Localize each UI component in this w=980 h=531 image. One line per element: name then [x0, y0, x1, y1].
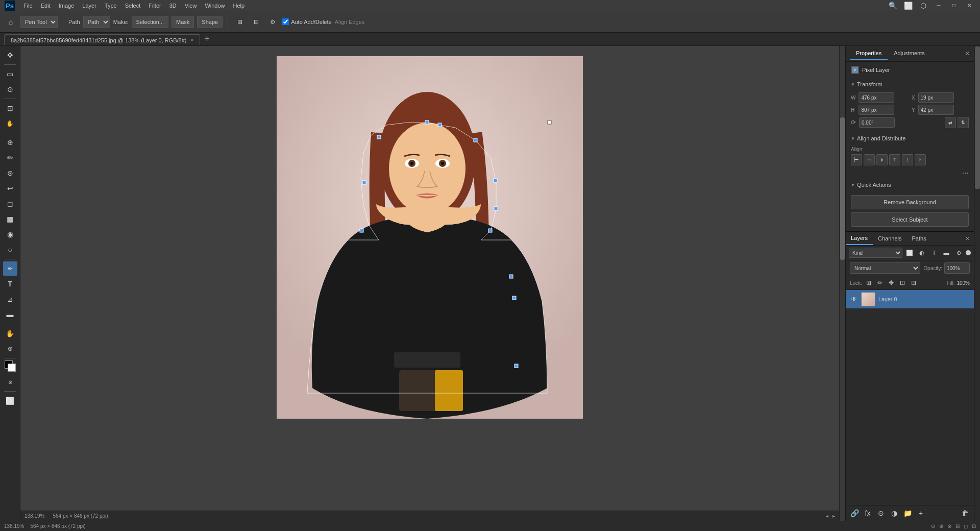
properties-close-btn[interactable]: ✕ — [965, 50, 970, 57]
home-icon[interactable]: ⌂ — [4, 15, 17, 29]
add-style-btn[interactable]: fx — [862, 508, 873, 519]
align-more-btn[interactable]: ··· — [846, 167, 974, 179]
layer-filter-toggle[interactable] — [966, 250, 971, 255]
select-subject-btn[interactable]: Select Subject — [851, 212, 969, 227]
tool-preset-select[interactable]: Pen Tool — [20, 16, 58, 28]
filter-shape-btn[interactable]: ▬ — [941, 248, 951, 258]
status-icon-3[interactable]: ⊗ — [947, 523, 951, 529]
menu-type[interactable]: Type — [101, 0, 121, 11]
align-bottom-btn[interactable]: ⊦ — [915, 154, 926, 165]
layer-filter-select[interactable]: Kind — [849, 248, 902, 258]
filter-smart-btn[interactable]: ⊕ — [953, 248, 964, 258]
selection-btn[interactable]: Selection... — [132, 16, 168, 28]
menu-window[interactable]: Window — [201, 0, 229, 11]
brush-tool[interactable]: ✏ — [3, 151, 17, 165]
quick-actions-header[interactable]: ▼ Quick Actions — [846, 179, 974, 191]
menu-file[interactable]: File — [19, 0, 37, 11]
close-btn[interactable]: ✕ — [963, 0, 976, 12]
x-input[interactable] — [918, 92, 954, 103]
eraser-tool[interactable]: ◻ — [3, 197, 17, 211]
layer-link-btn[interactable]: 🔗 — [849, 508, 860, 519]
blend-mode-select[interactable]: Normal — [850, 262, 920, 274]
align-right-btn[interactable]: ⊧ — [876, 154, 888, 165]
menu-help[interactable]: Help — [229, 0, 249, 11]
path-ops-icon[interactable]: ⊞ — [233, 15, 247, 29]
prev-nav-btn[interactable]: ◂ — [826, 513, 828, 519]
align-top-btn[interactable]: ⊤ — [889, 154, 900, 165]
pen-tool[interactable]: ✒ — [3, 261, 17, 276]
transform-section-header[interactable]: ▼ Transform — [846, 78, 974, 90]
flip-v-btn[interactable]: ⇅ — [958, 117, 969, 128]
rotation-input[interactable] — [859, 117, 895, 128]
status-icon-6[interactable]: ⊡ — [972, 523, 976, 529]
zoom-tool[interactable]: ⊕ — [3, 342, 17, 356]
rectangular-marquee-tool[interactable]: ▭ — [3, 67, 17, 81]
fg-bg-colors[interactable] — [5, 360, 16, 372]
maximize-btn[interactable]: □ — [947, 0, 961, 12]
share-icon[interactable]: ⬡ — [917, 0, 930, 12]
gradient-tool[interactable]: ▦ — [3, 212, 17, 226]
new-layer-btn[interactable]: + — [915, 508, 926, 519]
path-arrange-icon[interactable]: ⚙ — [266, 15, 279, 29]
remove-background-btn[interactable]: Remove Background — [851, 195, 969, 209]
lock-position-btn[interactable]: ✥ — [887, 278, 896, 287]
layer-0[interactable]: 👁 Layer 0 — [846, 290, 974, 308]
status-icon-1[interactable]: ⊙ — [931, 523, 935, 529]
canvas-scroll-area[interactable]: 138.19% 564 px × 846 px (72 ppi) ◂ ▸ — [20, 46, 839, 521]
paths-tab[interactable]: Paths — [907, 232, 932, 245]
shape-tool[interactable]: ▬ — [3, 307, 17, 322]
move-tool[interactable]: ✥ — [3, 48, 17, 62]
status-icon-4[interactable]: ⊟ — [955, 523, 960, 529]
menu-view[interactable]: View — [181, 0, 201, 11]
align-center-v-btn[interactable]: ⊥ — [902, 154, 913, 165]
blur-tool[interactable]: ◉ — [3, 227, 17, 242]
align-center-h-btn[interactable]: ⊣ — [864, 154, 875, 165]
healing-brush-tool[interactable]: ⊕ — [3, 135, 17, 150]
menu-image[interactable]: Image — [55, 0, 79, 11]
screen-mode-btn[interactable]: ⬜ — [3, 394, 17, 408]
lock-image-btn[interactable]: ✏ — [875, 278, 885, 287]
type-tool[interactable]: T — [3, 277, 17, 291]
dodge-tool[interactable]: ○ — [3, 243, 17, 257]
menu-filter[interactable]: Filter — [144, 0, 165, 11]
menu-edit[interactable]: Edit — [37, 0, 55, 11]
layer-visibility-btn[interactable]: 👁 — [850, 296, 858, 303]
lock-all-btn[interactable]: ⊡ — [898, 278, 907, 287]
hand-tool[interactable]: ✋ — [3, 326, 17, 341]
right-scrollbar[interactable] — [974, 46, 980, 521]
shape-btn[interactable]: Shape — [197, 16, 223, 28]
properties-tab[interactable]: Properties — [850, 47, 888, 60]
lock-artboard-btn[interactable]: ⊟ — [909, 278, 918, 287]
path-select[interactable]: Path — [83, 16, 110, 28]
canvas[interactable] — [277, 56, 583, 419]
mask-btn[interactable]: Mask — [172, 16, 194, 28]
eyedropper-tool[interactable]: ✋ — [3, 116, 17, 131]
new-adjustment-btn[interactable]: ◑ — [889, 508, 900, 519]
lock-transparent-btn[interactable]: ⊞ — [864, 278, 873, 287]
filter-type-btn[interactable]: T — [929, 248, 939, 258]
history-brush-tool[interactable]: ↩ — [3, 181, 17, 196]
add-mask-btn[interactable]: ⊙ — [875, 508, 887, 519]
next-nav-btn[interactable]: ▸ — [832, 513, 835, 519]
height-input[interactable] — [859, 105, 894, 115]
quick-mask-btn[interactable]: ⊗ — [3, 375, 17, 389]
canvas-vscroll[interactable] — [839, 46, 845, 521]
menu-select[interactable]: Select — [121, 0, 145, 11]
arrange-icon[interactable]: ⬜ — [901, 0, 915, 12]
path-align-icon[interactable]: ⊟ — [250, 15, 263, 29]
tab-close-btn[interactable]: × — [191, 37, 194, 43]
crop-tool[interactable]: ⊡ — [3, 101, 17, 115]
right-scroll-thumb[interactable] — [975, 46, 980, 189]
lasso-tool[interactable]: ⊙ — [3, 82, 17, 96]
align-left-btn[interactable]: ⊢ — [851, 154, 862, 165]
menu-layer[interactable]: Layer — [78, 0, 101, 11]
status-icon-2[interactable]: ⊕ — [939, 523, 943, 529]
align-section-header[interactable]: ▼ Align and Distribute — [846, 132, 974, 144]
layers-tab[interactable]: Layers — [846, 232, 873, 245]
flip-h-btn[interactable]: ⇄ — [945, 117, 956, 128]
status-icon-5[interactable]: ◻ — [964, 523, 968, 529]
width-input[interactable] — [859, 92, 894, 103]
filter-pixel-btn[interactable]: ⬜ — [904, 248, 915, 258]
document-tab[interactable]: 8a2b6385af57bbc85690fed48431d255.jpg @ 1… — [4, 34, 200, 45]
filter-adjust-btn[interactable]: ◐ — [917, 248, 927, 258]
